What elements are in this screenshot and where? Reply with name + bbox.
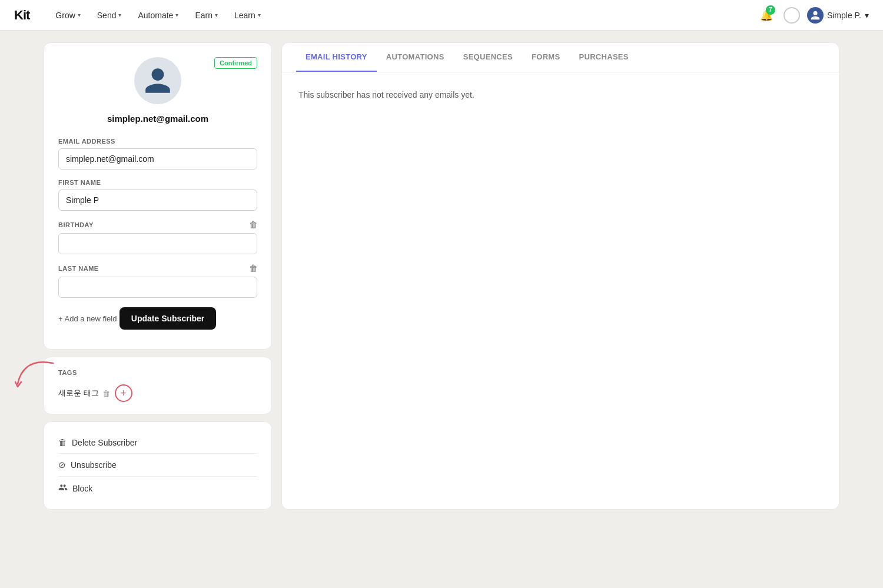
status-circle-button[interactable] [784,7,800,24]
block-label: Block [72,484,92,493]
subscriber-card: Confirmed simplep.net@gmail.com EMAIL AD… [44,42,272,350]
left-panel: Confirmed simplep.net@gmail.com EMAIL AD… [44,42,272,510]
nav-send-label: Send [97,11,117,20]
notifications-button[interactable]: 🔔 7 [756,5,776,25]
notification-badge: 7 [766,5,775,15]
tab-email-history[interactable]: EMAIL HISTORY [296,43,377,72]
unsubscribe-label: Unsubscribe [71,460,117,470]
last-name-input[interactable] [58,277,257,298]
empty-message: This subscriber has not received any ema… [298,90,822,99]
block-icon [58,483,68,494]
nav-earn[interactable]: Earn ▾ [188,7,225,24]
avatar [134,57,181,104]
tags-row: 새로운 태그 🗑 + [58,384,257,402]
first-name-field-group: FIRST NAME [58,179,257,211]
birthday-input[interactable] [58,233,257,254]
tag-item: 새로운 태그 🗑 [58,388,110,398]
birthday-delete-icon[interactable]: 🗑 [249,220,258,230]
unsubscribe-button[interactable]: ⊘ Unsubscribe [58,454,257,477]
tab-sequences[interactable]: SEQUENCES [454,43,522,72]
user-menu-button[interactable]: Simple P. ▾ [807,7,869,24]
add-field-link[interactable]: + Add a new field [58,314,117,323]
logo[interactable]: Kit [14,8,29,23]
tags-title: TAGS [58,369,257,376]
nav-grow[interactable]: Grow ▾ [48,7,87,24]
subscriber-header: Confirmed simplep.net@gmail.com [58,57,257,133]
block-button[interactable]: Block [58,477,257,500]
tags-card: TAGS 새로운 태그 🗑 + [44,357,272,414]
nav-earn-label: Earn [195,11,213,20]
tag-label: 새로운 태그 [58,388,99,398]
nav-automate-label: Automate [138,11,173,20]
confirmed-badge: Confirmed [214,57,257,69]
birthday-label: BIRTHDAY 🗑 [58,220,257,230]
last-name-field-group: LAST NAME 🗑 [58,264,257,298]
user-name-label: Simple P. [827,11,861,20]
delete-label: Delete Subscriber [72,438,137,447]
tab-content: This subscriber has not received any ema… [282,72,839,117]
update-subscriber-button[interactable]: Update Subscriber [119,307,216,330]
subscriber-email-display: simplep.net@gmail.com [107,114,208,124]
birthday-field-group: BIRTHDAY 🗑 [58,220,257,254]
unsubscribe-icon: ⊘ [58,460,66,470]
nav-automate[interactable]: Automate ▾ [131,7,185,24]
first-name-label: FIRST NAME [58,179,257,186]
email-label: EMAIL ADDRESS [58,138,257,145]
chevron-down-icon: ▾ [865,11,869,20]
nav-learn[interactable]: Learn ▾ [227,7,268,24]
tab-forms[interactable]: FORMS [522,43,569,72]
chevron-down-icon: ▾ [258,12,261,18]
main-content: Confirmed simplep.net@gmail.com EMAIL AD… [29,31,854,521]
chevron-down-icon: ▾ [175,12,178,18]
email-input[interactable] [58,148,257,170]
subscriber-form: EMAIL ADDRESS FIRST NAME BIRTHDAY 🗑 [58,138,257,335]
navbar: Kit Grow ▾ Send ▾ Automate ▾ Earn ▾ Lear… [0,0,883,31]
chevron-down-icon: ▾ [118,12,121,18]
arrow-annotation [12,351,59,393]
chevron-down-icon: ▾ [215,12,218,18]
nav-learn-label: Learn [234,11,255,20]
first-name-input[interactable] [58,190,257,211]
add-tag-button[interactable]: + [115,384,132,402]
nav-links: Grow ▾ Send ▾ Automate ▾ Earn ▾ Learn ▾ [48,7,756,24]
tab-purchases[interactable]: PURCHASES [569,43,638,72]
actions-card: 🗑 Delete Subscriber ⊘ Unsubscribe Block [44,421,272,510]
email-field-group: EMAIL ADDRESS [58,138,257,170]
chevron-down-icon: ▾ [78,12,81,18]
last-name-delete-icon[interactable]: 🗑 [249,264,258,273]
delete-subscriber-button[interactable]: 🗑 Delete Subscriber [58,431,257,454]
tabs-header: EMAIL HISTORY AUTOMATIONS SEQUENCES FORM… [282,43,839,72]
tag-delete-icon[interactable]: 🗑 [102,389,110,398]
delete-icon: 🗑 [58,437,67,447]
right-panel: EMAIL HISTORY AUTOMATIONS SEQUENCES FORM… [281,42,839,510]
tab-automations[interactable]: AUTOMATIONS [377,43,454,72]
last-name-label: LAST NAME 🗑 [58,264,257,273]
nav-send[interactable]: Send ▾ [90,7,129,24]
nav-right: 🔔 7 Simple P. ▾ [756,5,869,25]
nav-grow-label: Grow [55,11,75,20]
user-avatar [807,7,824,24]
